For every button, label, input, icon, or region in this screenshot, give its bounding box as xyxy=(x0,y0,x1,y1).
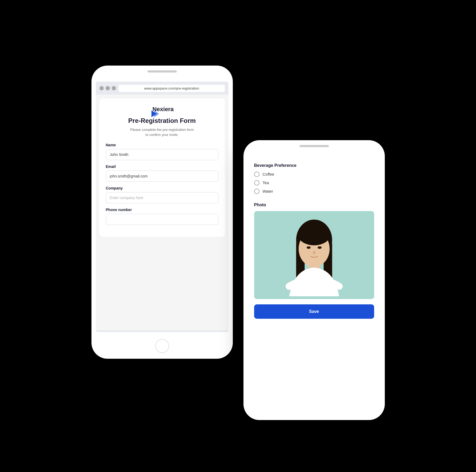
company-input[interactable] xyxy=(106,192,218,203)
photo-title: Photo xyxy=(254,203,374,207)
water-radio[interactable] xyxy=(254,189,259,194)
form-logo: Nexiera xyxy=(106,106,218,113)
left-phone: www.appspace.com/pre-registration Nexier… xyxy=(91,66,233,359)
form-title: Pre-Registration Form xyxy=(106,117,218,124)
browser-dots xyxy=(99,86,116,90)
coffee-label: Coffee xyxy=(263,172,274,176)
water-option[interactable]: Water xyxy=(254,189,374,194)
svg-point-9 xyxy=(306,246,310,249)
email-input[interactable] xyxy=(106,171,218,182)
tea-label: Tea xyxy=(263,180,269,185)
person-photo xyxy=(254,211,374,299)
photo-section: Photo xyxy=(254,203,374,397)
browser-address-bar[interactable]: www.appspace.com/pre-registration xyxy=(119,85,225,92)
browser-dot-3 xyxy=(112,86,116,90)
company-label: Company xyxy=(106,186,218,190)
phone-field-group: Phone number xyxy=(106,208,218,225)
browser-dot-1 xyxy=(99,86,104,90)
company-field-group: Company xyxy=(106,186,218,203)
save-button[interactable]: Save xyxy=(254,304,374,319)
phone-notch xyxy=(147,70,177,72)
right-phone-screen: Beverage Preference Coffee Tea Water xyxy=(248,156,381,404)
form-subtitle: Please complete the pre-registration for… xyxy=(106,127,218,138)
name-field-group: Name xyxy=(106,143,218,160)
svg-point-8 xyxy=(298,226,329,245)
browser-bar: www.appspace.com/pre-registration xyxy=(96,82,229,95)
name-input[interactable] xyxy=(106,149,218,160)
coffee-radio[interactable] xyxy=(254,172,259,177)
right-phone-notch xyxy=(299,145,329,147)
tea-radio[interactable] xyxy=(254,180,259,185)
email-field-group: Email xyxy=(106,164,218,182)
right-phone: Beverage Preference Coffee Tea Water xyxy=(243,140,385,420)
beverage-section: Beverage Preference Coffee Tea Water xyxy=(254,163,374,197)
phone-input[interactable] xyxy=(106,214,218,225)
name-label: Name xyxy=(106,143,218,147)
svg-point-10 xyxy=(318,246,322,249)
svg-marker-1 xyxy=(154,110,159,117)
form-card: Nexiera Pre-Registration Form Please com… xyxy=(99,98,225,237)
email-label: Email xyxy=(106,164,218,169)
tea-option[interactable]: Tea xyxy=(254,180,374,185)
svg-point-11 xyxy=(313,251,315,254)
phone-label: Phone number xyxy=(106,208,218,212)
coffee-option[interactable]: Coffee xyxy=(254,172,374,177)
left-phone-screen: www.appspace.com/pre-registration Nexier… xyxy=(96,82,229,332)
browser-dot-2 xyxy=(106,86,110,90)
water-label: Water xyxy=(263,189,273,193)
home-button-left[interactable] xyxy=(155,339,169,353)
beverage-title: Beverage Preference xyxy=(254,163,374,168)
right-content: Beverage Preference Coffee Tea Water xyxy=(248,156,381,404)
browser-content: Nexiera Pre-Registration Form Please com… xyxy=(96,95,229,330)
photo-container[interactable] xyxy=(254,211,374,299)
